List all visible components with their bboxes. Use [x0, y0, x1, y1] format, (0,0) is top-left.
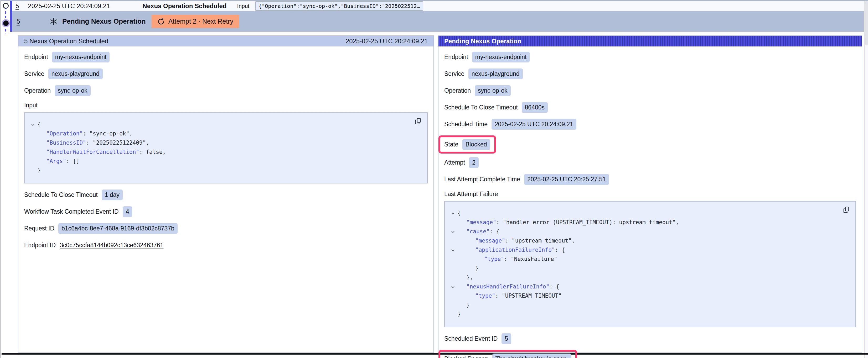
json-punct: }	[466, 302, 470, 308]
scrollbar-thumb[interactable]	[865, 1, 868, 45]
json-punct: ,	[146, 140, 149, 146]
field-row: Scheduled Time2025-02-25 UTC 20:24:09.21	[444, 119, 856, 130]
json-key: "nexusHandlerFailureInfo"	[466, 284, 549, 290]
field-row: Attempt2	[444, 157, 856, 168]
json-key: "Operation"	[46, 130, 83, 137]
pending-panel-header: Pending Nexus Operation	[438, 36, 862, 46]
pending-event-marker-icon	[3, 21, 9, 26]
selected-event-accent-bar	[10, 1, 12, 32]
collapse-chevron-icon[interactable]	[28, 120, 37, 129]
field-label: Endpoint	[24, 54, 48, 61]
code-gutter	[448, 291, 457, 300]
json-key: "message"	[466, 219, 496, 225]
json-key: "HandlerWaitForCancellation"	[46, 149, 139, 155]
field-label: Schedule To Close Timeout	[24, 191, 98, 198]
code-gutter	[448, 218, 457, 227]
code-gutter	[448, 273, 457, 282]
json-punct: }	[475, 265, 479, 271]
field-label: Endpoint ID	[24, 242, 56, 249]
panel-title: Pending Nexus Operation	[444, 37, 521, 45]
json-value: "20250225122409"	[93, 140, 146, 146]
field-label: Attempt	[444, 159, 465, 166]
scrollbar[interactable]	[864, 1, 868, 358]
field-row: Servicenexus-playground	[444, 68, 856, 79]
json-punct: }	[457, 311, 461, 317]
retry-icon	[157, 18, 165, 25]
event-title: Nexus Operation Scheduled	[143, 2, 226, 10]
collapse-chevron-icon[interactable]	[448, 246, 457, 255]
field-value-badge: 2025-02-25 UTC 20:25:27.51	[524, 174, 609, 185]
field-value-badge: my-nexus-endpoint	[52, 52, 110, 62]
field-label: Request ID	[24, 225, 54, 232]
code-line: "cause": {	[448, 227, 848, 236]
field-row: Schedule To Close Timeout86400s	[444, 102, 856, 113]
panel-title: 5 Nexus Operation Scheduled	[24, 37, 108, 45]
pending-event-title: Pending Nexus Operation	[62, 17, 146, 26]
field-row: Schedule To Close Timeout1 day	[24, 189, 428, 200]
field-row: Endpointmy-nexus-endpoint	[444, 52, 856, 63]
json-key: "applicationFailureInfo"	[475, 247, 555, 253]
field-label: Workflow Task Completed Event ID	[24, 208, 119, 215]
json-punct: ,	[163, 149, 166, 155]
code-gutter	[28, 157, 37, 166]
json-key: "message"	[475, 237, 505, 244]
field-row: Scheduled Event ID5	[444, 333, 856, 344]
event-row-scheduled[interactable]: 5 2025-02-25 UTC 20:24:09.21 Nexus Opera…	[12, 1, 864, 11]
field-row: Request IDb1c6a4bc-8ee7-468a-9169-df3b02…	[24, 223, 428, 234]
json-punct: :	[496, 219, 503, 225]
json-key: "BusinessID"	[46, 140, 86, 146]
field-value-badge: Blocked	[462, 139, 490, 150]
json-value: "UPSTREAM_TIMEOUT"	[502, 293, 562, 299]
field-value-badge: 4	[123, 206, 132, 217]
json-punct: :	[66, 158, 73, 164]
field-row: Servicenexus-playground	[24, 68, 428, 79]
pending-fields-top: Endpointmy-nexus-endpointServicenexus-pl…	[444, 52, 856, 185]
copy-icon[interactable]	[415, 118, 422, 125]
field-value-badge: b1c6a4bc-8ee7-468a-9169-df3b02c8737b	[58, 223, 178, 234]
attempt-retry-badge: Attempt 2 · Next Retry	[152, 15, 239, 28]
code-gutter	[28, 138, 37, 148]
code-line: "Operation": "sync-op-ok",	[28, 129, 420, 138]
scheduled-fields-top: Endpointmy-nexus-endpointServicenexus-pl…	[24, 52, 428, 96]
event-id-link[interactable]: 5	[17, 18, 20, 25]
code-line: "Args": []	[28, 157, 420, 166]
collapse-chevron-icon[interactable]	[448, 227, 457, 236]
failure-json-block: {"message": "handler error (UPSTREAM_TIM…	[444, 201, 856, 327]
failure-block-label: Last Attempt Failure	[444, 191, 856, 198]
input-label: Input	[237, 3, 249, 9]
field-value-badge: sync-op-ok	[55, 85, 90, 96]
event-row-pending[interactable]: 5 Pending Nexus Operation Attempt 2 · Ne…	[12, 11, 864, 32]
field-row: Workflow Task Completed Event ID4	[24, 206, 428, 217]
code-gutter	[28, 166, 37, 175]
json-value: false	[146, 149, 162, 155]
field-value-badge: my-nexus-endpoint	[472, 52, 530, 62]
code-line: }	[448, 264, 848, 273]
json-value: "NexusFailure"	[511, 256, 557, 262]
code-line: },	[448, 273, 848, 282]
collapse-chevron-icon[interactable]	[448, 209, 457, 218]
code-gutter	[28, 129, 37, 138]
json-key: "type"	[475, 293, 495, 299]
field-value-badge: sync-op-ok	[475, 85, 510, 96]
field-row: Last Attempt Complete Time2025-02-25 UTC…	[444, 174, 856, 185]
workflow-history-view: 5 2025-02-25 UTC 20:24:09.21 Nexus Opera…	[0, 0, 868, 358]
input-preview-chip: {"Operation":"sync-op-ok","BusinessID":"…	[255, 1, 423, 11]
collapse-chevron-icon[interactable]	[448, 282, 457, 291]
code-line: }	[448, 300, 848, 310]
code-line: {	[28, 120, 420, 129]
json-key: "cause"	[466, 228, 490, 235]
field-row: Operationsync-op-ok	[444, 85, 856, 96]
code-line: "HandlerWaitForCancellation": false,	[28, 148, 420, 157]
field-value-link[interactable]: 3c0c75ccfa8144b092c13ce632463761	[60, 242, 163, 249]
field-label: State	[444, 141, 459, 148]
copy-icon[interactable]	[843, 206, 850, 214]
json-punct: :	[86, 140, 93, 146]
event-id-link[interactable]: 5	[16, 2, 19, 10]
field-value-badge: nexus-playground	[48, 68, 103, 79]
json-punct: :	[504, 256, 511, 262]
field-label: Operation	[444, 87, 471, 94]
json-punct: },	[466, 274, 473, 281]
code-gutter	[448, 264, 457, 273]
field-label: Service	[444, 70, 464, 77]
scheduled-panel-header: 5 Nexus Operation Scheduled 2025-02-25 U…	[19, 36, 433, 46]
